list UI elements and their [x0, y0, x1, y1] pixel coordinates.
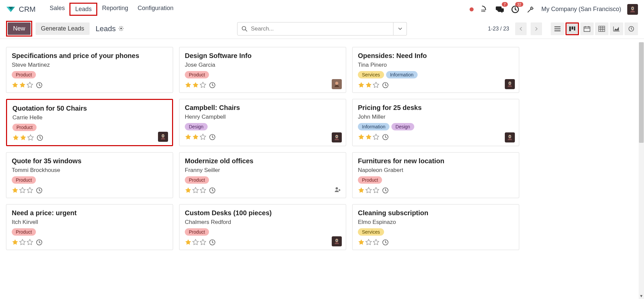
star-filled-icon[interactable]	[185, 239, 192, 246]
star-filled-icon[interactable]	[358, 82, 365, 88]
nav-configuration[interactable]: Configuration	[133, 3, 178, 16]
priority-stars[interactable]	[12, 239, 33, 246]
tag[interactable]: Product	[12, 176, 36, 184]
star-empty-icon[interactable]	[19, 187, 26, 194]
activity-clock-icon[interactable]	[209, 187, 216, 194]
kanban-card[interactable]: Design Software InfoJose GarciaProduct	[179, 47, 346, 93]
messages-icon[interactable]: 7	[495, 5, 504, 14]
star-filled-icon[interactable]	[12, 239, 18, 246]
tag[interactable]: Design	[391, 123, 414, 130]
gear-icon[interactable]	[118, 24, 124, 33]
star-empty-icon[interactable]	[373, 239, 379, 246]
nav-reporting[interactable]: Reporting	[97, 3, 133, 16]
kanban-card[interactable]: Modernize old officesFranny SeillerProdu…	[179, 152, 346, 198]
activity-clock-icon[interactable]	[209, 82, 216, 88]
tag[interactable]: Product	[185, 176, 209, 184]
kanban-scroll[interactable]: Specifications and price of your phonesS…	[0, 42, 644, 299]
activity-clock-icon[interactable]	[382, 82, 389, 88]
nav-sales[interactable]: Sales	[45, 3, 69, 16]
kanban-card[interactable]: Need a price: urgentItch KirvellProduct	[6, 204, 173, 250]
star-empty-icon[interactable]	[192, 187, 199, 194]
kanban-card[interactable]: Furnitures for new locationNapoleon Grab…	[352, 152, 519, 198]
star-filled-icon[interactable]	[365, 134, 372, 140]
star-empty-icon[interactable]	[373, 82, 379, 88]
pager-prev-button[interactable]	[515, 22, 527, 35]
activity-clock-icon[interactable]	[382, 187, 389, 194]
star-empty-icon[interactable]	[200, 134, 206, 140]
priority-stars[interactable]	[358, 187, 379, 194]
star-filled-icon[interactable]	[358, 239, 365, 246]
tag[interactable]: Product	[358, 176, 382, 184]
assignee-avatar[interactable]	[332, 132, 342, 142]
assign-user-icon[interactable]	[334, 186, 341, 194]
view-activity-button[interactable]	[625, 22, 638, 35]
star-filled-icon[interactable]	[358, 187, 365, 194]
priority-stars[interactable]	[358, 82, 379, 88]
view-calendar-button[interactable]	[580, 22, 594, 35]
star-empty-icon[interactable]	[192, 239, 199, 246]
assignee-avatar[interactable]	[505, 132, 515, 142]
star-empty-icon[interactable]	[19, 239, 26, 246]
star-filled-icon[interactable]	[12, 187, 18, 194]
priority-stars[interactable]	[12, 134, 34, 141]
tag[interactable]: Product	[12, 228, 36, 236]
star-filled-icon[interactable]	[365, 82, 372, 88]
scrollbar-down-arrow-icon[interactable]: ▼	[639, 294, 643, 298]
app-name[interactable]: CRM	[19, 5, 36, 14]
activity-clock-icon[interactable]	[382, 239, 389, 246]
star-empty-icon[interactable]	[200, 82, 206, 88]
tag[interactable]: Information	[386, 71, 418, 78]
activity-clock-icon[interactable]	[382, 134, 389, 140]
star-filled-icon[interactable]	[192, 134, 199, 140]
activity-clock-icon[interactable]	[36, 239, 43, 246]
kanban-card[interactable]: Quote for 35 windowsTommi BrockhouseProd…	[6, 152, 173, 198]
activity-clock-icon[interactable]	[37, 134, 43, 141]
star-filled-icon[interactable]	[192, 82, 199, 88]
priority-stars[interactable]	[185, 187, 206, 194]
kanban-card[interactable]: Custom Desks (100 pieces)Chalmers Redfor…	[179, 204, 346, 250]
star-empty-icon[interactable]	[365, 187, 372, 194]
star-filled-icon[interactable]	[185, 134, 192, 140]
priority-stars[interactable]	[358, 134, 379, 140]
assignee-avatar[interactable]	[158, 132, 168, 142]
star-empty-icon[interactable]	[200, 239, 206, 246]
user-avatar[interactable]	[627, 4, 638, 15]
search-box[interactable]	[237, 22, 393, 36]
star-empty-icon[interactable]	[27, 134, 34, 141]
star-empty-icon[interactable]	[26, 187, 33, 194]
star-empty-icon[interactable]	[365, 239, 372, 246]
priority-stars[interactable]	[185, 82, 206, 88]
scrollbar-track[interactable]: ▼	[639, 42, 644, 299]
tag[interactable]: Design	[185, 123, 208, 130]
new-button[interactable]: New	[8, 22, 31, 35]
view-graph-button[interactable]	[610, 22, 623, 35]
activity-clock-icon[interactable]	[209, 239, 216, 246]
activity-clock-icon[interactable]	[36, 187, 43, 194]
recording-dot-icon[interactable]	[470, 7, 474, 11]
star-filled-icon[interactable]	[19, 82, 26, 88]
star-filled-icon[interactable]	[20, 134, 26, 141]
view-kanban-button[interactable]	[566, 22, 579, 35]
assignee-avatar[interactable]	[332, 236, 342, 246]
assignee-avatar[interactable]	[505, 79, 515, 89]
pager-next-button[interactable]	[531, 22, 542, 35]
dialpad-icon[interactable]	[480, 5, 489, 14]
search-dropdown-toggle[interactable]	[393, 22, 407, 36]
tag[interactable]: Product	[185, 228, 209, 236]
tag[interactable]: Product	[12, 124, 37, 131]
tag[interactable]: Services	[358, 71, 384, 78]
generate-leads-button[interactable]: Generate Leads	[36, 22, 90, 35]
activities-icon[interactable]: 32	[511, 5, 520, 14]
tag[interactable]: Information	[358, 123, 389, 130]
kanban-card[interactable]: Opensides: Need InfoTina PineroServicesI…	[352, 47, 519, 93]
scrollbar-thumb[interactable]	[639, 42, 644, 143]
view-list-button[interactable]	[551, 22, 564, 35]
tag[interactable]: Services	[358, 228, 384, 236]
activity-clock-icon[interactable]	[209, 134, 216, 140]
star-filled-icon[interactable]	[12, 82, 18, 88]
nav-leads[interactable]: Leads	[69, 3, 97, 16]
tag[interactable]: Product	[12, 71, 36, 78]
kanban-card[interactable]: Specifications and price of your phonesS…	[6, 47, 173, 93]
star-empty-icon[interactable]	[373, 134, 379, 140]
view-pivot-button[interactable]	[595, 22, 608, 35]
